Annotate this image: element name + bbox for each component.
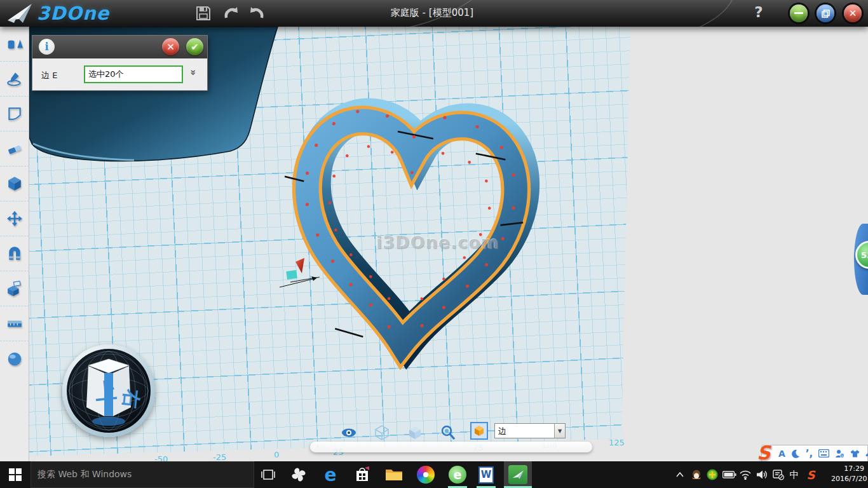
chevron-down-icon[interactable]: ▼ — [554, 424, 565, 438]
tray-chevron-up-icon[interactable] — [672, 461, 688, 488]
windows-taskbar: 搜索 Web 和 Windows e — [0, 461, 868, 488]
task-view-button[interactable] — [254, 461, 282, 488]
app-logo: 3DOne — [5, 1, 109, 25]
tray-wifi-icon[interactable] — [737, 461, 754, 488]
minimize-button[interactable] — [790, 4, 808, 22]
watermark: i3DOne.com — [376, 233, 499, 252]
measure-icon[interactable] — [0, 306, 29, 341]
eraser-icon[interactable] — [0, 132, 29, 166]
material-sphere-icon[interactable] — [0, 341, 29, 376]
selection-filter-icon[interactable] — [470, 422, 488, 440]
shaded-cube-icon[interactable] — [407, 424, 423, 441]
3d-viewport[interactable]: i3DOne.com -50 -25 0 25 75 100 125 — [29, 27, 868, 461]
tray-qq-icon[interactable] — [689, 461, 704, 488]
save-icon[interactable] — [194, 5, 212, 22]
app-word[interactable]: W — [472, 461, 500, 488]
ime-mode-letter[interactable]: A — [778, 449, 785, 459]
tray-ime-indicator[interactable]: 中 — [787, 461, 802, 488]
nav-face-top-label[interactable]: 上 — [93, 377, 118, 405]
account-icon[interactable]: 11 — [835, 449, 844, 458]
keyboard-icon[interactable] — [818, 449, 829, 458]
close-button[interactable]: ✕ — [844, 4, 862, 22]
tray-action-center-icon[interactable] — [770, 461, 787, 488]
tray-volume-icon[interactable] — [754, 461, 770, 488]
app-3done-active[interactable] — [504, 461, 532, 488]
primitives-icon[interactable] — [0, 27, 29, 62]
feature-cube-icon[interactable] — [0, 166, 29, 201]
accelerator-value: 53 — [861, 250, 868, 260]
taskbar-search[interactable]: 搜索 Web 和 Windows — [31, 461, 254, 488]
sogou-logo-icon[interactable]: S — [757, 442, 771, 464]
clock-date: 2016/7/20 — [831, 474, 864, 484]
edge-selection-dialog: i ✕ ✔ 边 E » — [32, 35, 208, 91]
nav-cube[interactable]: 上 右 — [67, 349, 151, 433]
tool-sidebar — [0, 27, 29, 461]
expand-more-icon[interactable]: » — [187, 69, 199, 76]
titlebar: 3DOne 家庭版 - [模型001] ? ✕ — [0, 0, 868, 27]
help-button[interactable]: ? — [750, 4, 768, 20]
app-file-explorer[interactable] — [380, 461, 408, 488]
cancel-button[interactable]: ✕ — [162, 38, 179, 55]
view-navigation-cube[interactable]: 上 右 — [62, 344, 155, 437]
clock-time: 17:29 — [831, 464, 864, 474]
punctuation-icon[interactable]: ’, — [806, 448, 813, 459]
wrench-icon[interactable] — [865, 449, 868, 458]
app-360-browser[interactable] — [412, 461, 440, 488]
tray-360-safe-icon[interactable] — [704, 461, 721, 488]
info-icon: i — [39, 39, 55, 55]
magnet-assembly-icon[interactable] — [0, 236, 29, 271]
svg-text:11: 11 — [841, 454, 845, 458]
screen: i3DOne.com -50 -25 0 25 75 100 125 — [0, 0, 868, 488]
nav-face-right-label[interactable]: 右 — [119, 388, 144, 409]
view-toolbar-capsule[interactable] — [310, 442, 592, 452]
axis-label: -25 — [213, 452, 226, 461]
move-icon[interactable] — [0, 201, 29, 236]
edge-field-label: 边 E — [41, 70, 57, 81]
axis-label: 0 — [274, 450, 279, 459]
axis-label: -50 — [154, 454, 168, 461]
undo-icon[interactable] — [222, 5, 240, 22]
edge-selection-input[interactable] — [84, 65, 183, 83]
app-edge[interactable]: e — [316, 461, 344, 488]
wireframe-cube-icon[interactable] — [374, 424, 390, 441]
restore-button[interactable] — [817, 4, 834, 22]
redo-icon[interactable] — [248, 5, 266, 22]
sketch-icon[interactable] — [0, 62, 29, 97]
dropdown-value: 边 — [495, 424, 554, 438]
dialog-header[interactable]: i ✕ ✔ — [32, 36, 207, 58]
search-placeholder: 搜索 Web 和 Windows — [37, 469, 132, 480]
skin-tshirt-icon[interactable] — [850, 449, 860, 458]
tray-sogou-icon[interactable]: S — [802, 461, 820, 488]
zoom-magnifier-icon[interactable] — [440, 424, 456, 441]
app-name: 3DOne — [37, 3, 109, 24]
selection-type-dropdown[interactable]: 边 ▼ — [494, 423, 566, 438]
surface-icon[interactable] — [0, 97, 29, 132]
axis-label: 125 — [609, 438, 625, 447]
paper-plane-icon — [5, 1, 33, 25]
paper-plane-icon — [512, 469, 524, 480]
eye-icon[interactable] — [341, 424, 357, 441]
start-button[interactable] — [0, 461, 31, 488]
tray-clock[interactable]: 17:29 2016/7/20 — [831, 464, 864, 484]
app-green-browser[interactable]: e — [444, 461, 471, 488]
axis-origin-marker — [276, 254, 327, 292]
document-title: 家庭版 - [模型001] — [318, 7, 546, 19]
app-windows-store[interactable] — [348, 461, 376, 488]
tray-battery-icon[interactable] — [721, 461, 738, 488]
sogou-ime-toolbar: S A ’, 11 — [761, 445, 868, 462]
moon-icon[interactable] — [791, 449, 800, 458]
app-pinwheel-white[interactable] — [285, 461, 313, 488]
confirm-button[interactable]: ✔ — [186, 38, 203, 55]
combine-icon[interactable] — [0, 271, 29, 306]
